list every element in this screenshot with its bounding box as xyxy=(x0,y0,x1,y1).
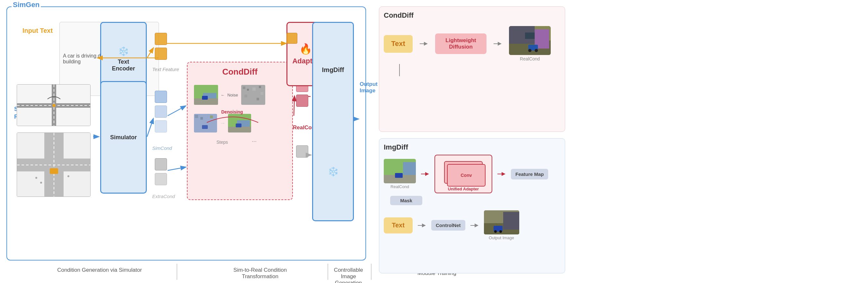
noise-arrow: ← xyxy=(221,93,225,97)
imgdiff-output-label: Output Image xyxy=(489,235,514,240)
extra-cond-squares xyxy=(155,158,167,185)
imgdiff-arrow-3 xyxy=(417,222,427,229)
main-container: SimGen Input Text A car is driving down … xyxy=(0,0,868,283)
conddiff-arrow-2 xyxy=(493,40,502,47)
svg-rect-32 xyxy=(202,125,208,129)
sim-cond-label: SimCond xyxy=(152,145,172,151)
steps-dots: ··· xyxy=(252,138,256,145)
simgen-box: SimGen Input Text A car is driving down … xyxy=(6,6,366,260)
scene-svg-2 xyxy=(17,133,91,197)
imgdiff-arrow-1 xyxy=(420,171,430,177)
svg-rect-27 xyxy=(260,92,263,95)
svg-point-56 xyxy=(528,49,531,52)
svg-rect-22 xyxy=(252,87,256,91)
sim-cond-sq-1 xyxy=(155,91,167,103)
simulator-box: Simulator xyxy=(100,81,147,194)
scene-image-2 xyxy=(17,133,91,197)
real-cond-sq-3 xyxy=(296,94,308,107)
imgdiff-output-img xyxy=(484,210,519,234)
steps-label: Steps xyxy=(216,140,228,145)
text-feat-sq-2 xyxy=(155,48,167,60)
controllable-img-label: Controllable ImageGeneration xyxy=(328,267,369,283)
svg-rect-62 xyxy=(395,173,403,178)
extra-cond-sq-1 xyxy=(155,158,167,170)
svg-rect-30 xyxy=(200,117,203,120)
text-feature-squares xyxy=(155,33,167,60)
sim-to-real-label: Sim-to-Real ConditionTransformation xyxy=(193,267,328,280)
controlnet-box: ControlNet xyxy=(431,220,465,231)
svg-rect-24 xyxy=(244,94,247,97)
top-orange-sq xyxy=(286,33,297,44)
divider-2 xyxy=(328,264,328,280)
svg-rect-26 xyxy=(248,100,250,103)
extra-cond-sq-2 xyxy=(155,173,167,185)
svg-point-57 xyxy=(535,49,538,52)
fire-icon: 🔥 xyxy=(299,43,312,55)
input-text-label: Input Text xyxy=(23,26,53,35)
top-orange-sq-1 xyxy=(286,33,297,44)
divider-1 xyxy=(177,264,177,280)
real-cond-gray-squares xyxy=(296,145,308,158)
lightweight-diffusion-box: Lightweight Diffusion xyxy=(435,33,487,54)
sim-cond-sq-2 xyxy=(155,106,167,118)
sim-cond-sq-3 xyxy=(155,120,167,133)
svg-point-72 xyxy=(499,230,502,233)
svg-rect-54 xyxy=(525,32,535,39)
unified-adapter-box: Conv Conv Unified Adapter xyxy=(434,155,492,193)
scene-svg-1 xyxy=(17,85,91,126)
conddiff-inner-label: CondDiff xyxy=(188,67,292,77)
svg-point-14 xyxy=(67,175,69,177)
imgdiff-box: ImgDiff ❄️ xyxy=(312,22,354,221)
mask-box: Mask xyxy=(390,196,422,205)
conddiff-main-box: CondDiff ← Noise xyxy=(187,62,293,200)
imgdiff-realcond-label: RealCond xyxy=(391,184,409,189)
conv-box-2: Conv xyxy=(447,164,486,187)
divider-3 xyxy=(371,264,372,280)
svg-rect-69 xyxy=(503,212,519,230)
snowflake-icon: ❄️ xyxy=(118,46,129,57)
conddiff-vert-arrow xyxy=(399,64,400,77)
denoising-label: Denoising xyxy=(221,109,243,114)
extra-cond-label: ExtraCond xyxy=(152,194,175,199)
unified-adapter-label: Unified Adapter xyxy=(448,187,479,191)
svg-rect-18 xyxy=(202,96,208,100)
svg-rect-29 xyxy=(195,115,198,118)
real-cond-gray-1 xyxy=(296,145,308,158)
feature-map-box: Feature Map xyxy=(511,169,548,179)
svg-point-13 xyxy=(40,182,42,183)
conddiff-arrow-1 xyxy=(419,40,429,47)
svg-rect-21 xyxy=(247,89,249,91)
imgdiff-snowflake: ❄️ xyxy=(328,166,339,177)
imgdiff-right-title: ImgDiff xyxy=(384,143,560,151)
conddiff-realcond-label: RealCond xyxy=(520,56,540,61)
conddiff-right-title: CondDiff xyxy=(384,11,560,20)
svg-point-12 xyxy=(35,177,37,179)
text-feat-sq-1 xyxy=(155,33,167,45)
svg-rect-20 xyxy=(243,86,245,89)
denoising-diagram: ← Noise xyxy=(191,82,289,197)
sim-thumb xyxy=(194,85,218,105)
noisy-thumb xyxy=(241,85,265,105)
output-image-label: OutputImage xyxy=(360,81,378,94)
svg-rect-25 xyxy=(256,98,259,100)
condition-gen-label: Condition Generation via Simulator xyxy=(6,267,193,273)
imgdiff-right-panel: ImgDiff RealCond xyxy=(379,138,565,273)
conddiff-text-box: Text xyxy=(384,35,413,53)
scene-image-1 xyxy=(17,84,91,126)
conddiff-right-panel: CondDiff Text Lightweight Diffusion xyxy=(379,6,565,132)
imgdiff-text-box: Text xyxy=(384,218,413,233)
svg-rect-35 xyxy=(228,127,251,133)
imgdiff-arrow-2 xyxy=(497,171,506,177)
svg-point-71 xyxy=(494,230,497,233)
text-feature-label: Text Feature xyxy=(152,66,179,72)
simgen-label: SimGen xyxy=(11,1,41,9)
svg-point-5 xyxy=(52,104,56,107)
imgdiff-arrow-4 xyxy=(470,222,479,229)
svg-rect-11 xyxy=(50,168,58,174)
conddiff-realcond-img xyxy=(509,26,551,55)
imgdiff-realcond-img xyxy=(384,159,416,183)
sim-cond-squares xyxy=(155,91,167,133)
noise-text: Noise xyxy=(227,93,238,97)
svg-rect-23 xyxy=(259,86,261,88)
